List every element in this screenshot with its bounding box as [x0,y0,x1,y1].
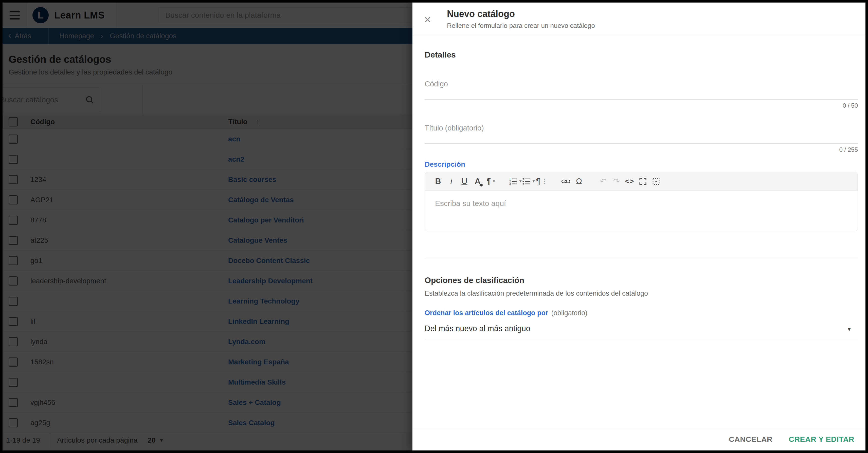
modal-subtitle: Rellene el formulario para crear un nuev… [447,22,595,30]
close-icon[interactable]: × [424,14,431,25]
paragraph-style-icon[interactable]: ¶⋮ [535,174,548,189]
special-characters-icon[interactable]: Ω [572,174,586,189]
bold-icon[interactable]: B [431,174,445,189]
classification-heading: Opciones de clasificación [425,276,858,285]
cancel-button[interactable]: CANCELAR [729,435,772,444]
sort-label-row: Ordenar los artículos del catálogo por (… [425,309,858,317]
rich-text-editor: B i U A ¶▾ 123 ▾ [425,172,858,231]
paragraph-format-icon[interactable]: ¶▾ [484,174,497,189]
codigo-counter: 0 / 50 [425,102,858,109]
editor-placeholder: Escriba su texto aquí [435,199,506,207]
insert-link-icon[interactable] [559,174,572,189]
titulo-label: Título (obligatorio) [425,124,858,132]
modal-footer: CANCELAR CREAR Y EDITAR [412,428,865,450]
codigo-field: Código 0 / 50 [425,80,858,109]
unordered-list-icon[interactable]: ▾ [522,174,535,189]
code-view-icon[interactable]: <> [623,174,636,189]
editor-text-area[interactable]: Escriba su texto aquí [425,191,858,231]
underline-icon[interactable]: U [458,174,471,189]
modal-header: × Nuevo catálogo Rellene el formulario p… [412,3,865,36]
new-catalog-modal: × Nuevo catálogo Rellene el formulario p… [412,3,865,450]
modal-body: Detalles Código 0 / 50 Título (obligator… [412,36,865,428]
sort-by-label: Ordenar los artículos del catálogo por [425,309,548,317]
redo-icon[interactable]: ↷ [610,174,623,189]
select-caret-icon: ▾ [848,326,851,333]
classification-subtitle: Establezca la clasificación predetermina… [425,290,858,297]
sort-required-note: (obligatorio) [551,309,588,317]
app-viewport: L Learn LMS Buscar contenido en la plata… [3,3,865,450]
create-and-edit-button[interactable]: CREAR Y EDITAR [789,435,854,444]
titulo-input[interactable] [425,143,858,144]
codigo-label: Código [425,80,858,88]
undo-icon[interactable]: ↶ [597,174,610,189]
text-color-icon[interactable]: A [471,174,484,189]
titulo-field: Título (obligatorio) 0 / 255 [425,124,858,153]
svg-text:3: 3 [509,183,510,186]
details-heading: Detalles [425,50,858,60]
italic-icon[interactable]: i [445,174,458,189]
select-all-icon[interactable] [649,174,663,189]
section-divider [425,259,858,259]
ordered-list-icon[interactable]: 123 ▾ [508,174,522,189]
fullscreen-icon[interactable] [636,174,649,189]
screenshot-frame: L Learn LMS Buscar contenido en la plata… [0,0,868,453]
editor-toolbar: B i U A ¶▾ 123 ▾ [425,172,858,191]
descripcion-label: Descripción [425,160,858,168]
sort-by-select[interactable]: Del más nuevo al más antiguo ▾ [425,324,858,340]
codigo-input[interactable] [425,99,858,100]
sort-by-selected-value: Del más nuevo al más antiguo [425,324,530,333]
titulo-counter: 0 / 255 [425,146,858,153]
modal-title: Nuevo catálogo [447,9,595,19]
